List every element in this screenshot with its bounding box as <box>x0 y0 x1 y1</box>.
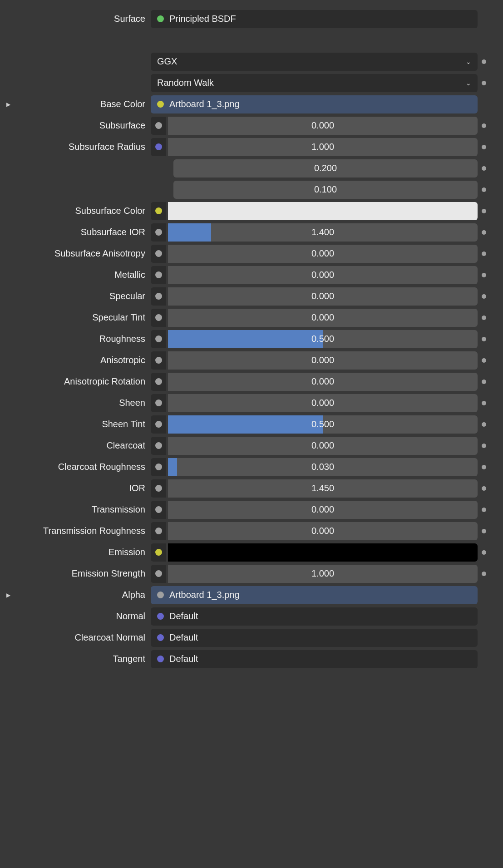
anim-dot-icon[interactable] <box>482 166 486 171</box>
linked-node-name: Artboard 1_3.png <box>169 590 240 600</box>
anim-dot-icon[interactable] <box>482 337 486 341</box>
anim-dot-icon[interactable] <box>482 401 486 405</box>
sss-method-value: Random Walk <box>157 78 214 88</box>
value-slider[interactable]: 0.000 <box>168 373 478 391</box>
node-socket-icon <box>155 442 162 449</box>
value-slider[interactable]: 0.000 <box>168 351 478 370</box>
distribution-row: GGX ⌄ <box>2 51 490 72</box>
node-socket-button[interactable] <box>151 138 166 156</box>
value-slider[interactable]: 0.500 <box>168 330 478 348</box>
slider-fill <box>168 415 323 434</box>
node-socket-button[interactable] <box>151 373 166 391</box>
node-socket-button[interactable] <box>151 394 166 412</box>
node-socket-button[interactable] <box>151 501 166 519</box>
anim-dot-icon[interactable] <box>482 230 486 235</box>
vector-default-button[interactable]: Default <box>151 607 478 626</box>
property-row: Emission Strength1.000 <box>2 563 490 584</box>
property-row: Specular0.000 <box>2 286 490 307</box>
property-row: Subsurface Radius1.000 <box>2 136 490 158</box>
node-socket-button[interactable] <box>151 223 166 242</box>
expand-triangle-icon[interactable]: ▶ <box>6 592 10 598</box>
value-slider[interactable]: 0.000 <box>168 287 478 306</box>
sss-method-dropdown[interactable]: Random Walk ⌄ <box>151 74 478 92</box>
node-socket-button[interactable] <box>151 266 166 284</box>
anim-dot-icon[interactable] <box>482 123 486 128</box>
vector-default-label: Default <box>169 632 198 643</box>
anim-dot-icon[interactable] <box>482 316 486 320</box>
node-socket-button[interactable] <box>151 458 166 476</box>
anim-dot-icon[interactable] <box>482 444 486 448</box>
node-socket-button[interactable] <box>151 565 166 583</box>
node-socket-button[interactable] <box>151 330 166 348</box>
anim-dot-icon[interactable] <box>482 294 486 299</box>
anim-dot-icon[interactable] <box>482 529 486 533</box>
node-socket-button[interactable] <box>151 245 166 263</box>
node-socket-button[interactable] <box>151 202 166 220</box>
property-row: Subsurface Anisotropy0.000 <box>2 243 490 264</box>
node-socket-button[interactable] <box>151 479 166 498</box>
anim-dot-icon[interactable] <box>482 252 486 256</box>
property-label: Specular <box>20 291 151 301</box>
node-socket-button[interactable] <box>151 287 166 306</box>
value-slider[interactable]: 1.000 <box>168 138 478 156</box>
value-slider[interactable]: 1.000 <box>168 565 478 583</box>
anim-dot-icon[interactable] <box>482 422 486 427</box>
value-slider[interactable]: 1.450 <box>168 479 478 498</box>
value-text: 0.000 <box>311 376 334 387</box>
color-swatch[interactable] <box>168 543 478 562</box>
anim-dot-icon[interactable] <box>482 486 486 491</box>
slider-fill <box>168 223 211 242</box>
sss-method-row: Random Walk ⌄ <box>2 72 490 94</box>
anim-dot-icon[interactable] <box>482 187 486 192</box>
node-socket-icon <box>157 592 164 598</box>
node-socket-button[interactable] <box>151 522 166 540</box>
value-slider[interactable]: 0.000 <box>168 266 478 284</box>
property-label: Emission <box>20 547 151 557</box>
anim-dot-icon[interactable] <box>482 209 486 213</box>
anim-dot-icon[interactable] <box>482 550 486 555</box>
anim-dot-icon[interactable] <box>482 81 486 85</box>
value-slider[interactable]: 0.100 <box>173 181 478 199</box>
value-slider[interactable]: 0.000 <box>168 245 478 263</box>
color-swatch[interactable] <box>168 202 478 220</box>
anim-dot-icon[interactable] <box>482 145 486 149</box>
value-slider[interactable]: 0.000 <box>168 437 478 455</box>
distribution-dropdown[interactable]: GGX ⌄ <box>151 53 478 71</box>
value-slider[interactable]: 0.200 <box>173 159 478 178</box>
anim-dot-icon[interactable] <box>482 358 486 363</box>
node-socket-button[interactable] <box>151 309 166 327</box>
anim-dot-icon[interactable] <box>482 572 486 576</box>
value-text: 0.500 <box>311 334 334 344</box>
value-slider[interactable]: 0.000 <box>168 501 478 519</box>
linked-node-button[interactable]: Artboard 1_3.png <box>151 586 478 604</box>
value-text: 0.000 <box>311 291 334 301</box>
value-slider[interactable]: 0.000 <box>168 117 478 135</box>
value-text: 0.500 <box>311 419 334 429</box>
value-slider[interactable]: 0.500 <box>168 415 478 434</box>
surface-shader-button[interactable]: Principled BSDF <box>151 10 478 28</box>
vector-default-button[interactable]: Default <box>151 629 478 647</box>
value-slider[interactable]: 0.030 <box>168 458 478 476</box>
anim-dot-icon[interactable] <box>482 59 486 64</box>
property-label: Subsurface IOR <box>20 227 151 237</box>
anim-dot-icon[interactable] <box>482 508 486 512</box>
vector-default-button[interactable]: Default <box>151 650 478 668</box>
node-socket-button[interactable] <box>151 437 166 455</box>
linked-node-button[interactable]: Artboard 1_3.png <box>151 95 478 113</box>
value-slider[interactable]: 0.000 <box>168 309 478 327</box>
anim-dot-icon[interactable] <box>482 273 486 277</box>
node-socket-button[interactable] <box>151 543 166 562</box>
value-slider[interactable]: 0.000 <box>168 522 478 540</box>
shader-socket-icon <box>157 15 164 22</box>
node-socket-button[interactable] <box>151 351 166 370</box>
property-row: Anisotropic Rotation0.000 <box>2 371 490 392</box>
node-socket-button[interactable] <box>151 415 166 434</box>
value-slider[interactable]: 0.000 <box>168 394 478 412</box>
expand-triangle-icon[interactable]: ▶ <box>6 101 10 108</box>
property-row: TangentDefault <box>2 648 490 670</box>
node-socket-button[interactable] <box>151 117 166 135</box>
anim-dot-icon[interactable] <box>482 465 486 469</box>
value-slider[interactable]: 1.400 <box>168 223 478 242</box>
value-text: 0.000 <box>311 398 334 408</box>
anim-dot-icon[interactable] <box>482 380 486 384</box>
